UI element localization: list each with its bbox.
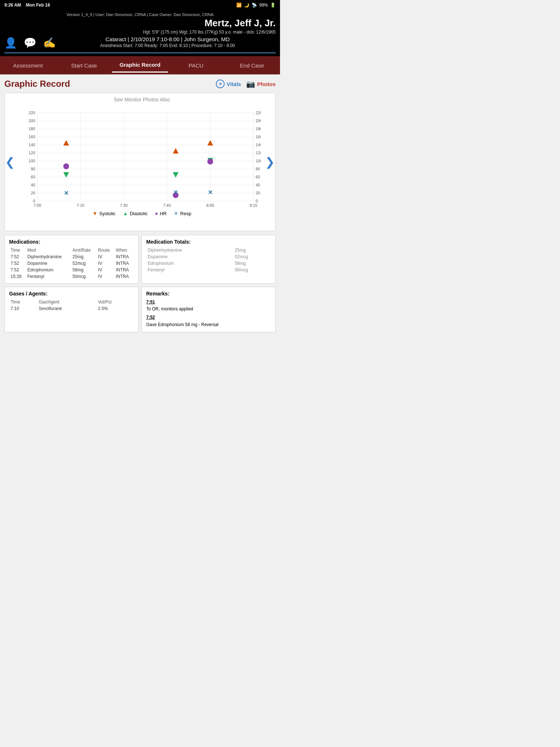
vitals-label: Vitals (226, 81, 241, 87)
remark-text-2: Gave Edrophonium 58 mg - Reversal (146, 322, 218, 327)
cell: INTRA (114, 260, 134, 267)
hr-label: HR (160, 211, 167, 216)
gas-col-gas: Gas/Agent (37, 299, 96, 305)
cell: IV (97, 253, 114, 260)
nav-bar: Assessment Start Case Graphic Record PAC… (0, 56, 280, 74)
chart-title: See Monitor Photos Also (23, 97, 261, 102)
nav-assessment[interactable]: Assessment (0, 59, 56, 72)
svg-text:60: 60 (31, 175, 35, 179)
svg-text:160: 160 (28, 135, 35, 139)
svg-text:220: 220 (256, 111, 261, 115)
photos-button[interactable]: 📷 Photos (246, 80, 276, 88)
table-row: 7:52 Dopamine 52mcg IV INTRA (9, 260, 134, 267)
cell: 58mg (71, 267, 97, 273)
gr-title: Graphic Record (4, 79, 70, 89)
table-row: 7:10 Sevoflurane 2.5% (9, 305, 134, 312)
svg-text:200: 200 (256, 119, 261, 123)
cell: Dopamine (146, 253, 233, 260)
legend-resp: ✕ Resp (174, 210, 191, 216)
table-row: Dopamine 52mcg (146, 253, 271, 260)
cell: 7:52 (9, 260, 26, 267)
table-row: Edrophonium 58mg (146, 260, 271, 267)
systolic-icon: ▼ (92, 210, 97, 216)
med-totals-title: Medication Totals: (146, 239, 271, 245)
cell: Fentanyl (26, 273, 71, 280)
cell: 15:28 (9, 273, 26, 280)
cell: Sevoflurane (37, 305, 96, 312)
cell: 50mcg (233, 267, 271, 273)
svg-text:60: 60 (256, 175, 260, 179)
nav-pacu[interactable]: PACU (168, 59, 224, 72)
nav-end-case[interactable]: End Case (224, 59, 280, 72)
gases-card: Gases / Agents: Time Gas/Agent Vol/Pct 7… (4, 287, 139, 332)
svg-text:20: 20 (31, 191, 35, 195)
svg-text:7:00: 7:00 (34, 203, 41, 208)
table-row: Diphenhydramine 25mg (146, 247, 271, 253)
remark-text-1: To OR, monitors applied (146, 306, 193, 311)
svg-text:0: 0 (256, 199, 258, 203)
hr-icon: ● (155, 210, 158, 216)
systolic-label: Systolic (99, 211, 116, 216)
svg-text:40: 40 (31, 183, 35, 187)
vitals-button[interactable]: + Vitals (216, 80, 241, 88)
hr-point-3 (207, 159, 213, 165)
chart-wrapper: ❮ See Monitor Photos Also (4, 93, 276, 231)
resp-icon: ✕ (174, 210, 178, 216)
med-row: Medications: Time Med Amt/Rate Route Whe… (4, 235, 276, 284)
med-col-med: Med (26, 247, 71, 253)
edit-user-icon[interactable]: ✍️ (43, 37, 56, 49)
chart-legend: ▼ Systolic ▲ Diastolic ● HR ✕ Resp (23, 210, 261, 216)
cell: 2.5% (97, 305, 134, 312)
med-col-route: Route (97, 247, 114, 253)
diastolic-icon: ▲ (123, 210, 128, 216)
plus-icon: + (216, 80, 225, 88)
cell: 7:52 (9, 267, 26, 273)
med-col-when: When (114, 247, 134, 253)
header: Version 1_4_9 | User: Dan Simonson, CRNA… (0, 10, 280, 56)
cell: IV (97, 267, 114, 273)
tables-section: Medications: Time Med Amt/Rate Route Whe… (4, 235, 276, 332)
moon-icon: 🌙 (244, 3, 249, 8)
chart-svg: 220 200 180 160 140 120 100 80 60 40 20 … (23, 105, 261, 208)
patient-info: Hgt: 5'9" (175 cm) Wgt: 170 lbs (77Kg) 5… (4, 30, 276, 35)
svg-text:80: 80 (31, 167, 35, 171)
chart-right-arrow[interactable]: ❯ (265, 155, 275, 169)
svg-text:40: 40 (256, 183, 260, 187)
svg-text:140: 140 (28, 143, 35, 147)
wifi-icon: 📶 (236, 3, 242, 8)
svg-text:120: 120 (28, 151, 35, 155)
patient-icon[interactable]: 👤 (4, 37, 17, 49)
svg-text:7:15: 7:15 (77, 203, 84, 208)
cell: 58mg (233, 260, 271, 267)
signal-icon: 📡 (252, 3, 257, 8)
cell: IV (97, 260, 114, 267)
cell: 50mcg (71, 273, 97, 280)
remarks-title: Remarks: (146, 291, 271, 297)
svg-text:180: 180 (256, 127, 261, 131)
cell: 52mcg (71, 260, 97, 267)
gas-col-time: Time (9, 299, 37, 305)
chart-container: See Monitor Photos Also (4, 93, 276, 231)
cell: Diphenhydramine (26, 253, 71, 260)
svg-text:20: 20 (256, 191, 260, 195)
nav-start-case[interactable]: Start Case (56, 59, 112, 72)
svg-text:7:45: 7:45 (163, 203, 171, 208)
remarks-content: 7:51 To OR, monitors applied 7:52 Gave E… (146, 299, 271, 328)
chart-left-arrow[interactable]: ❮ (5, 155, 15, 169)
version-info: Version 1_4_9 | User: Dan Simonson, CRNA… (4, 12, 276, 17)
gases-title: Gases / Agents: (9, 291, 134, 297)
svg-text:100: 100 (28, 159, 35, 163)
cell: Edrophonium (26, 267, 71, 273)
procedure-info: Cataract | 2/10/2019 7:10-8:00 | John Su… (59, 36, 276, 42)
camera-icon: 📷 (246, 80, 255, 88)
battery-icon: 🔋 (270, 3, 276, 8)
systolic-point-1 (63, 140, 69, 146)
table-row: 7:52 Diphenhydramine 25mg IV INTRA (9, 253, 134, 260)
chat-icon[interactable]: 💬 (24, 37, 36, 49)
cell: INTRA (114, 253, 134, 260)
patient-name: Mertz, Jeff J, Jr. (4, 18, 276, 29)
status-indicators: 📶 🌙 📡 98% 🔋 (236, 3, 276, 8)
nav-graphic-record[interactable]: Graphic Record (112, 58, 168, 73)
gases-table: Time Gas/Agent Vol/Pct 7:10 Sevoflurane … (9, 299, 134, 312)
med-totals-table: Diphenhydramine 25mg Dopamine 52mcg Edro… (146, 247, 271, 273)
